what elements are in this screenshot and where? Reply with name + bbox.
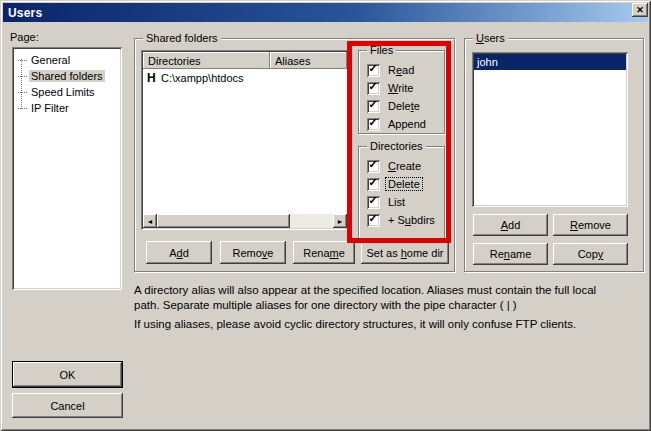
users-add-button[interactable]: Add [473, 214, 548, 236]
users-list[interactable]: john [472, 52, 628, 207]
users-dialog: Users ✕ Page: General Shared folders Spe… [0, 0, 651, 431]
tree-item-ip-filter[interactable]: IP Filter [18, 100, 120, 116]
tree-item-label: IP Filter [29, 102, 71, 114]
shared-folders-group-label: Shared folders [143, 32, 221, 44]
home-dir-marker: H [147, 71, 161, 85]
column-header-directories[interactable]: Directories [143, 52, 270, 69]
column-header-aliases[interactable]: Aliases [270, 52, 347, 69]
button-label: Add [169, 247, 189, 259]
tree-item-label: Shared folders [29, 70, 105, 82]
permissions-highlight-box [347, 41, 451, 243]
horizontal-scrollbar[interactable]: ◄ ► [143, 214, 347, 228]
tree-branch-icon [18, 76, 27, 77]
note-line: A directory alias will also appear at th… [134, 283, 639, 298]
set-as-home-dir-button[interactable]: Set as home dir [361, 241, 449, 264]
note-line: If using aliases, please avoid cyclic di… [134, 317, 639, 332]
button-label: Cancel [50, 400, 84, 412]
close-button[interactable]: ✕ [632, 3, 648, 17]
button-label: Rename [490, 248, 532, 260]
tree-item-label: General [29, 54, 72, 66]
tree-branch-icon [18, 108, 27, 109]
directory-row[interactable]: H C:\xampp\htdocs [143, 69, 347, 86]
ok-button[interactable]: OK [12, 361, 123, 388]
directories-list-header: Directories Aliases [143, 52, 347, 69]
directories-list-body: H C:\xampp\htdocs [143, 69, 347, 214]
shared-add-button[interactable]: Add [146, 241, 212, 264]
scroll-left-button[interactable]: ◄ [143, 214, 157, 228]
tree-item-general[interactable]: General [18, 52, 120, 68]
button-label: Set as home dir [366, 247, 443, 259]
user-name: john [477, 56, 498, 68]
users-remove-button[interactable]: Remove [553, 214, 628, 236]
cancel-button[interactable]: Cancel [12, 393, 123, 418]
shared-rename-button[interactable]: Rename [293, 241, 355, 264]
users-copy-button[interactable]: Copy [553, 243, 628, 265]
button-label: Remove [570, 219, 611, 231]
directories-list[interactable]: Directories Aliases H C:\xampp\htdocs ◄ … [141, 50, 349, 230]
alias-note-text: A directory alias will also appear at th… [134, 283, 639, 332]
column-header-label: Aliases [275, 55, 310, 67]
page-label: Page: [10, 31, 39, 43]
tree-item-label: Speed Limits [29, 86, 97, 98]
directory-path: C:\xampp\htdocs [161, 72, 244, 84]
button-label: Rename [303, 247, 345, 259]
scroll-right-icon: ► [337, 218, 344, 225]
tree-branch-icon [18, 60, 27, 61]
tree-item-shared-folders[interactable]: Shared folders [18, 68, 120, 84]
users-rename-button[interactable]: Rename [473, 243, 548, 265]
button-label: Remove [233, 247, 274, 259]
scroll-left-icon: ◄ [147, 218, 154, 225]
window-title: Users [8, 6, 42, 20]
button-label: Copy [578, 248, 604, 260]
tree-item-speed-limits[interactable]: Speed Limits [18, 84, 120, 100]
column-header-label: Directories [148, 55, 201, 67]
tree-branch-icon [18, 92, 27, 93]
button-label: OK [60, 369, 76, 381]
users-group-label: Users [473, 32, 508, 44]
page-tree[interactable]: General Shared folders Speed Limits IP F… [12, 47, 122, 290]
user-item-john[interactable]: john [474, 54, 626, 70]
title-bar[interactable]: Users [3, 3, 648, 22]
scroll-thumb[interactable] [157, 214, 290, 228]
close-icon: ✕ [636, 5, 644, 15]
note-line: path. Separate multiple aliases for one … [134, 298, 639, 313]
shared-remove-button[interactable]: Remove [220, 241, 286, 264]
scroll-right-button[interactable]: ► [333, 214, 347, 228]
scroll-track[interactable] [290, 214, 333, 228]
button-label: Add [501, 219, 521, 231]
